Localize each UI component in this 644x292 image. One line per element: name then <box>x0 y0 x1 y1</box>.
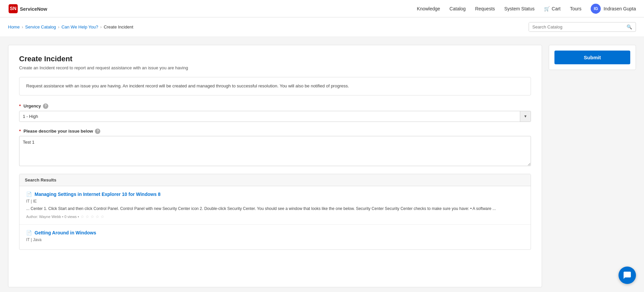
form-subtitle: Create an Incident record to report and … <box>19 65 531 70</box>
result-1-star-2[interactable]: ☆ <box>86 214 89 219</box>
urgency-label-text: Urgency <box>23 103 41 108</box>
chat-icon <box>623 271 632 280</box>
result-1-star-1[interactable]: ☆ <box>80 214 84 219</box>
result-2-title-row: 📄 Getting Around in Windows <box>26 230 524 235</box>
nav-system-status[interactable]: System Status <box>504 6 535 11</box>
urgency-field-group: * Urgency ? 1 - High 2 - Medium 3 - Low … <box>19 103 531 122</box>
result-1-star-5[interactable]: ☆ <box>101 214 104 219</box>
submit-card: Submit <box>549 45 636 70</box>
user-name: Indrasen Gupta <box>603 6 636 11</box>
urgency-select-wrapper: 1 - High 2 - Medium 3 - Low ▼ <box>19 111 531 122</box>
result-1-meta: IT | IE <box>26 199 524 204</box>
nav-user[interactable]: IG Indrasen Gupta <box>591 4 636 14</box>
describe-label-text: Please describe your issue below <box>23 129 93 134</box>
result-1-author: Author: Wayne Webb • 0 views • ☆ ☆ ☆ ☆ ☆ <box>26 214 524 219</box>
result-1-author-text: Author: Wayne Webb • 0 views • <box>26 215 79 219</box>
result-1-title[interactable]: Managing Settings in Internet Explorer 1… <box>35 192 161 197</box>
nav-knowledge[interactable]: Knowledge <box>417 6 440 11</box>
nav-catalog[interactable]: Catalog <box>449 6 466 11</box>
user-avatar: IG <box>591 4 601 14</box>
result-1-snippet: ... Center 1. Click Start and then click… <box>26 206 524 212</box>
nav-cart[interactable]: 🛒 Cart <box>544 6 560 11</box>
nav-links: Knowledge Catalog Requests System Status… <box>417 4 636 14</box>
nav-requests[interactable]: Requests <box>475 6 495 11</box>
svg-text:ServiceNow: ServiceNow <box>20 6 47 11</box>
describe-field-group: * Please describe your issue below ? Tes… <box>19 129 531 167</box>
info-box: Request assistance with an issue you are… <box>19 77 531 95</box>
breadcrumb-search-box: 🔍 <box>529 22 636 32</box>
search-results-section: Search Results 📄 Managing Settings in In… <box>19 174 531 250</box>
urgency-dropdown-arrow[interactable]: ▼ <box>520 111 531 122</box>
breadcrumb-service-catalog[interactable]: Service Catalog <box>25 24 56 29</box>
result-1-title-row: 📄 Managing Settings in Internet Explorer… <box>26 192 524 197</box>
cart-label: Cart <box>552 6 560 11</box>
top-nav: SN ServiceNow Knowledge Catalog Requests… <box>0 0 644 17</box>
search-icon: 🔍 <box>627 24 632 29</box>
search-results-header: Search Results <box>19 174 531 186</box>
form-title: Create Incident <box>19 55 531 63</box>
result-2-meta: IT | Java <box>26 237 524 242</box>
chat-bubble[interactable] <box>619 267 636 284</box>
describe-label: * Please describe your issue below ? <box>19 129 531 134</box>
describe-required: * <box>19 129 21 134</box>
page-body: Create Incident Create an Incident recor… <box>0 37 644 292</box>
nav-tours[interactable]: Tours <box>570 6 581 11</box>
breadcrumb-sep-3: › <box>100 24 102 29</box>
svg-text:SN: SN <box>10 6 16 11</box>
search-result-item-1: 📄 Managing Settings in Internet Explorer… <box>19 186 531 225</box>
urgency-help-icon[interactable]: ? <box>43 103 48 109</box>
describe-help-icon[interactable]: ? <box>95 129 100 134</box>
describe-textarea[interactable]: Test 1 <box>19 136 531 166</box>
search-result-item-2: 📄 Getting Around in Windows IT | Java <box>19 225 531 249</box>
result-2-title[interactable]: Getting Around in Windows <box>35 230 96 235</box>
breadcrumb-bar: Home › Service Catalog › Can We Help You… <box>0 17 644 37</box>
urgency-label: * Urgency ? <box>19 103 531 109</box>
logo-svg: SN ServiceNow <box>8 3 62 14</box>
submit-button[interactable]: Submit <box>554 51 630 64</box>
breadcrumb-sep-2: › <box>58 24 59 29</box>
breadcrumb-can-we-help[interactable]: Can We Help You? <box>61 24 98 29</box>
urgency-select[interactable]: 1 - High 2 - Medium 3 - Low <box>19 111 520 122</box>
breadcrumb-home[interactable]: Home <box>8 24 20 29</box>
search-button[interactable]: 🔍 <box>623 24 636 29</box>
urgency-required: * <box>19 103 21 108</box>
breadcrumb-sep-1: › <box>22 24 23 29</box>
cart-icon: 🛒 <box>544 6 550 11</box>
form-panel: Create Incident Create an Incident recor… <box>8 45 542 287</box>
search-input[interactable] <box>529 22 623 31</box>
result-1-star-4[interactable]: ☆ <box>96 214 99 219</box>
doc-icon-2: 📄 <box>26 230 32 235</box>
result-1-star-3[interactable]: ☆ <box>91 214 94 219</box>
logo[interactable]: SN ServiceNow <box>8 3 62 14</box>
breadcrumb-current: Create Incident <box>104 24 133 29</box>
side-panel: Submit <box>549 45 636 287</box>
doc-icon-1: 📄 <box>26 192 32 197</box>
